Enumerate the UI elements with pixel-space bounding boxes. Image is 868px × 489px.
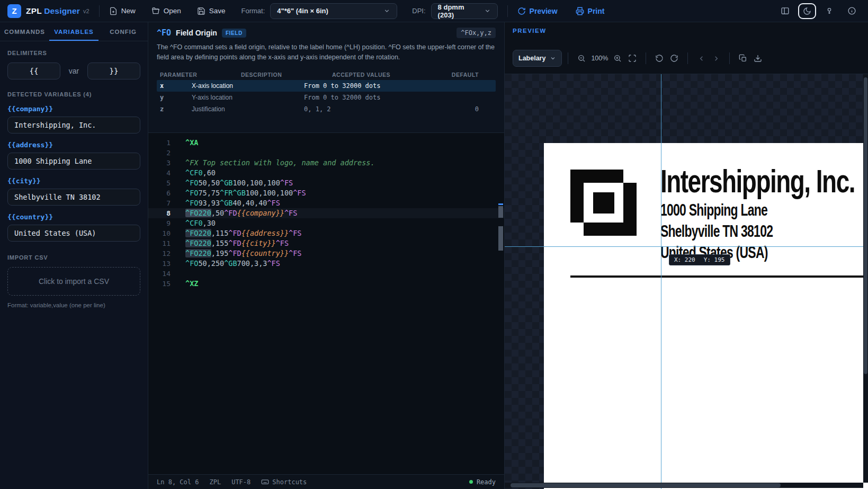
code-token: 93,93 — [198, 199, 220, 207]
code-line[interactable]: 7^FO93,93^GB40,40,40^FS — [148, 198, 504, 208]
parameter-cell: From 0 to 32000 dots — [304, 94, 442, 101]
sidebar-tabs: COMMANDS VARIABLES CONFIG — [0, 22, 148, 41]
variable-value-input[interactable] — [7, 189, 140, 206]
theme-toggle-button[interactable] — [798, 3, 816, 19]
csv-format-hint: Format: variable,value (one per line) — [7, 302, 140, 308]
toolbar-divider — [99, 5, 100, 17]
code-token: 100,100,100 — [246, 189, 293, 197]
open-button-label: Open — [164, 7, 181, 15]
code-line[interactable]: 1^XA — [148, 138, 504, 148]
code-line[interactable]: 15^XZ — [148, 279, 504, 289]
tab-commands[interactable]: COMMANDS — [0, 22, 49, 41]
col-default: DEFAULT — [442, 72, 496, 78]
print-button-label: Print — [588, 7, 605, 15]
tooltip-y-value: Y: 195 — [704, 256, 725, 263]
code-line[interactable]: 13^FO50,250^GB700,3,3^FS — [148, 259, 504, 269]
app-logo-letter: Z — [12, 6, 16, 15]
code-line[interactable]: 2 — [148, 148, 504, 158]
vertical-scrollbar[interactable] — [863, 74, 868, 483]
copy-button[interactable] — [736, 51, 750, 66]
encoding[interactable]: UTF-8 — [231, 478, 250, 486]
doc-category-badge: FIELD — [222, 29, 246, 38]
fit-screen-button[interactable] — [625, 51, 640, 66]
parameter-cell: 0, 1, 2 — [304, 105, 442, 113]
preview-button[interactable]: Preview — [517, 7, 558, 15]
chevron-down-icon — [477, 7, 491, 14]
code-token: ^FO — [185, 179, 198, 187]
code-line[interactable]: 9^CF0,30 — [148, 218, 504, 228]
logo-graphic — [593, 192, 614, 214]
code-token: {{country}} — [241, 249, 289, 257]
fit-screen-icon — [628, 54, 637, 63]
zoom-in-button[interactable] — [610, 51, 625, 66]
info-icon — [847, 6, 856, 15]
line-number: 1 — [148, 138, 171, 148]
print-button[interactable]: Print — [576, 7, 605, 15]
top-bar: Z ZPL Designer v2 New Open Save Format: … — [0, 0, 868, 22]
parameter-row[interactable]: zJustification0, 1, 20 — [157, 103, 496, 115]
code-token: 75,75 — [198, 189, 220, 197]
code-editor[interactable]: 1^XA23^FX Top section with logo, name an… — [148, 132, 504, 474]
parameter-row[interactable]: yY-axis locationFrom 0 to 32000 dots — [157, 92, 496, 103]
code-line[interactable]: 6^FO75,75^FR^GB100,100,100^FS — [148, 188, 504, 198]
info-button[interactable] — [843, 3, 861, 19]
code-text — [171, 148, 185, 158]
csv-dropzone[interactable]: Click to import a CSV — [7, 267, 140, 296]
preview-button-label: Preview — [530, 7, 558, 15]
parameter-cell: Y-axis location — [192, 94, 304, 101]
dpi-select-value: 8 dpmm (203) — [438, 3, 477, 19]
code-line[interactable]: 5^FO50,50^GB100,100,100^FS — [148, 178, 504, 188]
app-name-primary: ZPL — [26, 6, 42, 15]
line-number: 10 — [148, 228, 171, 238]
folder-open-icon — [151, 7, 160, 15]
save-icon — [197, 7, 205, 15]
chevron-right-icon — [712, 55, 720, 63]
dpi-select[interactable]: 8 dpmm (203) — [431, 3, 498, 19]
panel-layout-button[interactable] — [776, 3, 794, 19]
code-line[interactable]: 12^FO220,195^FD{{country}}^FS — [148, 248, 504, 259]
code-text: ^XA — [171, 138, 198, 148]
code-line[interactable]: 8^FO220,50^FD{{company}}^FS — [148, 208, 504, 218]
shortcuts-button[interactable]: Shortcuts — [261, 478, 307, 486]
code-token: ,60 — [203, 168, 216, 177]
code-token: ^FO — [185, 189, 198, 197]
code-line[interactable]: 11^FO220,155^FD{{city}}^FS — [148, 238, 504, 248]
editor-overview-ruler[interactable] — [498, 133, 504, 474]
code-line[interactable]: 14 — [148, 269, 504, 279]
download-button[interactable] — [750, 51, 765, 66]
previous-label-button[interactable] — [694, 51, 709, 66]
render-engine-select[interactable]: Labelary — [513, 50, 562, 67]
tab-variables[interactable]: VARIABLES — [49, 22, 99, 41]
toolbar-divider — [568, 52, 568, 64]
new-button[interactable]: New — [109, 7, 136, 15]
redo-button[interactable] — [667, 51, 682, 66]
format-select[interactable]: 4"*6" (4in × 6in) — [270, 3, 397, 19]
tips-button[interactable] — [820, 3, 838, 19]
app-name-secondary: Designer — [44, 6, 80, 15]
code-token: ^FO220 — [185, 239, 211, 247]
open-button[interactable]: Open — [151, 7, 181, 15]
code-text: ^FO220,115^FD{{address}}^FS — [171, 228, 301, 238]
variable-value-input[interactable] — [7, 117, 140, 134]
code-line[interactable]: 4^CF0,60 — [148, 168, 504, 178]
undo-button[interactable] — [652, 51, 667, 66]
delimiter-open-input[interactable] — [7, 63, 60, 79]
chevron-down-icon — [550, 55, 556, 61]
next-label-button[interactable] — [709, 51, 723, 66]
code-line[interactable]: 10^FO220,115^FD{{address}}^FS — [148, 228, 504, 238]
vertical-scrollbar-thumb[interactable] — [864, 77, 867, 374]
variable-value-input[interactable] — [7, 153, 140, 170]
code-token: ^CF0 — [185, 219, 203, 227]
variable-value-input[interactable] — [7, 225, 140, 242]
preview-canvas[interactable]: Intershipping, Inc. 1000 Shipping Lane S… — [505, 74, 868, 489]
zoom-out-button[interactable] — [574, 51, 589, 66]
code-line[interactable]: 3^FX Top section with logo, name and add… — [148, 158, 504, 168]
parameter-row[interactable]: xX-axis locationFrom 0 to 32000 dots — [157, 80, 496, 92]
code-token: {{company}} — [237, 209, 284, 217]
horizontal-scrollbar[interactable] — [505, 483, 863, 488]
tab-config[interactable]: CONFIG — [99, 22, 148, 41]
delimiter-close-input[interactable] — [87, 63, 140, 79]
horizontal-scrollbar-thumb[interactable] — [511, 483, 781, 487]
language-mode[interactable]: ZPL — [209, 478, 221, 486]
save-button[interactable]: Save — [197, 7, 226, 15]
